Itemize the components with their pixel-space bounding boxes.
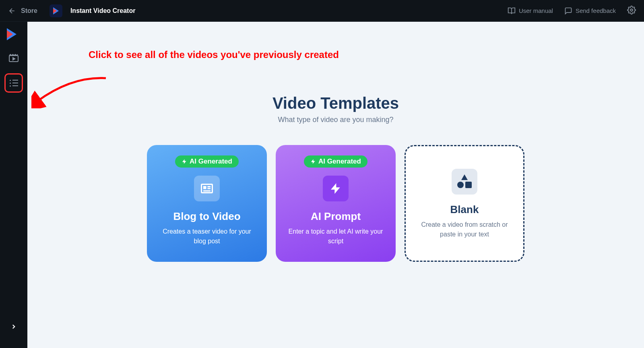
page-title: Video Templates bbox=[272, 94, 399, 112]
top-bar-left: Store Instant Video Creator bbox=[8, 4, 135, 17]
main-content: Click to see all of the videos you've pr… bbox=[27, 22, 644, 348]
newspaper-icon bbox=[194, 176, 220, 201]
card-description: Creates a teaser video for your blog pos… bbox=[157, 227, 257, 246]
lightning-icon bbox=[182, 159, 187, 164]
page-subtitle: What type of video are you making? bbox=[278, 116, 393, 124]
top-bar-right: User manual Send feedback bbox=[508, 6, 636, 16]
list-icon bbox=[10, 80, 18, 87]
card-title: Blank bbox=[450, 203, 479, 216]
lightning-icon bbox=[310, 159, 316, 164]
ai-generated-badge: AI Generated bbox=[175, 155, 239, 168]
chevron-right-icon[interactable] bbox=[10, 323, 17, 332]
badge-label: AI Generated bbox=[190, 157, 232, 166]
svg-point-0 bbox=[630, 9, 633, 11]
annotation-callout: Click to see all of the videos you've pr… bbox=[89, 49, 339, 60]
badge-label: AI Generated bbox=[318, 157, 361, 166]
book-icon bbox=[508, 7, 516, 15]
template-card-blog-to-video[interactable]: AI Generated Blog to Video Creates a tea… bbox=[147, 145, 267, 262]
top-bar: Store Instant Video Creator User manual … bbox=[0, 0, 644, 22]
user-manual-link[interactable]: User manual bbox=[508, 7, 553, 15]
template-card-blank[interactable]: Blank Create a video from scratch or pas… bbox=[405, 145, 524, 262]
gear-icon[interactable] bbox=[627, 6, 636, 16]
template-cards: AI Generated Blog to Video Creates a tea… bbox=[147, 145, 524, 262]
card-title: Blog to Video bbox=[173, 210, 240, 223]
card-title: AI Prompt bbox=[311, 210, 361, 223]
app-logo-icon bbox=[50, 4, 62, 17]
back-arrow-icon[interactable] bbox=[8, 7, 16, 15]
message-icon bbox=[564, 7, 572, 15]
send-feedback-label: Send feedback bbox=[576, 7, 616, 14]
template-card-ai-prompt[interactable]: AI Generated AI Prompt Enter a topic and… bbox=[276, 145, 396, 262]
card-description: Enter a topic and let AI write your scri… bbox=[285, 227, 386, 246]
sidebar bbox=[0, 22, 27, 348]
lightning-icon bbox=[323, 176, 349, 201]
ai-generated-badge: AI Generated bbox=[304, 155, 367, 168]
shapes-icon bbox=[452, 169, 477, 195]
card-description: Create a video from scratch or paste in … bbox=[415, 220, 514, 239]
sidebar-item-video-history[interactable] bbox=[4, 73, 23, 93]
app-title: Instant Video Creator bbox=[70, 7, 136, 14]
annotation-arrow-icon bbox=[31, 72, 108, 108]
send-feedback-link[interactable]: Send feedback bbox=[564, 7, 616, 15]
user-manual-label: User manual bbox=[519, 7, 553, 14]
sidebar-logo-icon[interactable] bbox=[7, 28, 21, 42]
video-editor-icon[interactable] bbox=[9, 54, 19, 73]
store-link[interactable]: Store bbox=[21, 7, 37, 14]
